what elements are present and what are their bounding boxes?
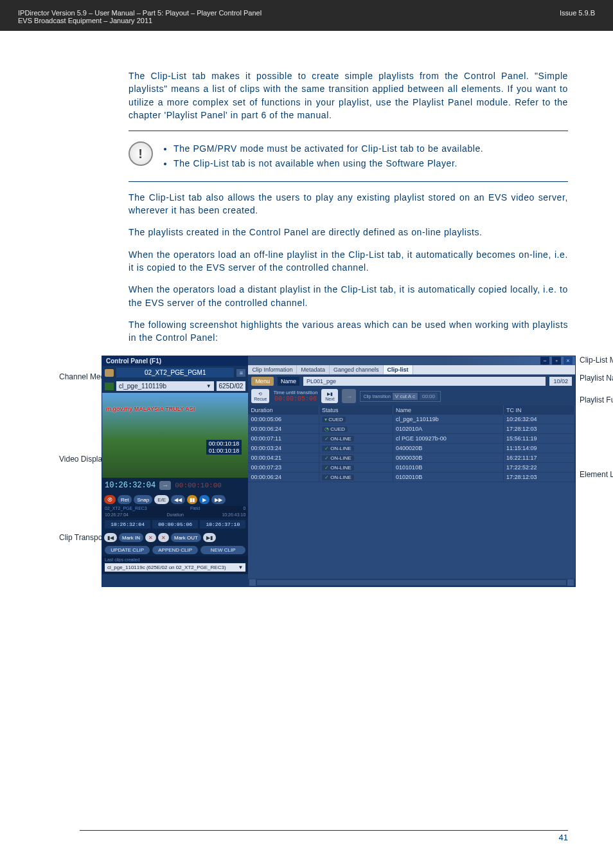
marks-hdr-in: 10:26:27:04 [105,512,129,517]
field-value: 0 [243,506,245,511]
close-button[interactable]: × [564,357,573,365]
cell-duration: 00:00:05:06 [248,415,319,424]
channel-name[interactable]: 02_XT2_PGE_PGM1 [116,368,234,377]
transition-type[interactable]: V cut A c [393,393,418,400]
clear-in-button[interactable]: ✕ [145,533,156,542]
table-row[interactable]: 00:00:06:24ON-LINE0102010B17:28:12:03 [248,473,574,482]
last-clip-field[interactable]: cl_pge_110119c (625E/02 on 02_XT2_PGE_RE… [105,563,245,572]
callout-playlist-functions: Playlist Functions [580,395,613,405]
tab-metadata[interactable]: Metadata [297,365,330,374]
fast-forward-button[interactable]: ▶▶ [211,495,226,504]
home-icon[interactable] [105,369,114,377]
clip-op-buttons: UPDATE CLIP APPEND CLIP NEW CLIP [102,544,248,556]
clear-out-button[interactable]: ✕ [158,533,169,542]
status-badge: ON-LINE [322,446,354,451]
loaded-clip-field[interactable]: cl_pge_110119b ▼ [116,381,214,391]
status-badge: ON-LINE [322,436,354,442]
mark-in-button[interactable]: Mark IN [119,533,143,542]
last-clip-name: cl_pge_110119c (625E/02 on 02_XT2_PGE_RE… [107,565,226,570]
scroll-right-icon[interactable] [567,579,574,586]
mark-in-tc[interactable]: 10:26:32:04 [105,520,150,529]
next-button[interactable]: ▶▮ Next [321,389,338,403]
playlist-name-label: Name [278,377,299,386]
clip-list-menu-button[interactable]: Menu [251,377,274,386]
recue-icon: ⟲ [258,392,262,397]
tc-direction-icon[interactable]: → [159,481,171,490]
tab-ganged-channels[interactable]: Ganged channels [330,365,384,374]
camera-button[interactable]: ⦿ [104,495,116,504]
playlist-id: 10/02 [549,377,572,386]
callout-video-display: Video Display [59,455,99,464]
control-panel-window: Control Panel (F1) 02_XT2_PGE_PGM1 ≡ cl_… [102,356,576,587]
goto-out-button[interactable]: ▶▮ [203,533,216,542]
marks-header: 10:26:27:04 Duration 10:26:43:10 [102,512,248,518]
playlist-name-field[interactable]: PL001_pge [303,377,546,386]
note-bullet: The Clip-List tab is not available when … [173,157,483,170]
ee-button[interactable]: E/E [154,495,169,504]
append-clip-button[interactable]: APPEND CLIP [152,546,197,554]
rewind-button[interactable]: ◀◀ [171,495,185,504]
skip-button[interactable]: → [342,389,356,403]
playlist-header: Menu Name PL001_pge 10/02 [248,375,575,388]
col-tc-in[interactable]: TC IN [503,406,574,415]
cell-tc-in: 10:26:32:04 [503,415,574,424]
window-controls: − ▫ × [248,356,575,365]
running-header: IPDirector Version 5.9 – User Manual – P… [0,0,613,31]
menu-icon[interactable]: ≡ [236,369,245,377]
cell-status: CUED [319,424,393,434]
table-row[interactable]: 00:00:03:24ON-LINE0400020B11:15:14:09 [248,444,574,453]
cell-name: 0101010B [393,463,504,473]
minimize-button[interactable]: − [540,357,549,365]
scroll-track[interactable] [257,580,566,585]
col-status[interactable]: Status [319,406,393,415]
field-label: Field [190,506,200,511]
header-left: IPDirector Version 5.9 – User Manual – P… [18,9,262,24]
cell-status: ON-LINE [319,444,393,453]
paragraph: When the operators load an off-line play… [129,248,568,275]
clip-transition-label: Clip transition [363,394,390,399]
control-panel-left-pane: Control Panel (F1) 02_XT2_PGE_PGM1 ≡ cl_… [102,356,248,586]
snap-button[interactable]: Snap [134,495,152,504]
transition-duration[interactable]: 00:00 [420,393,438,400]
pause-button[interactable]: ▮▮ [187,495,197,504]
recue-button[interactable]: ⟲ Recue [251,389,269,403]
status-badge: ON-LINE [322,455,354,461]
play-button[interactable]: ▶ [199,495,209,504]
element-list-table: Duration Status Name TC IN 00:00:05:06CU… [248,406,575,482]
mark-out-button[interactable]: Mark OUT [171,533,201,542]
table-row[interactable]: 00:00:06:24CUED0102010A17:28:12:03 [248,424,574,434]
table-row[interactable]: 00:00:04:21ON-LINE0000030B16:22:11:17 [248,453,574,463]
table-row[interactable]: 00:00:05:06CUEDcl_pge_110119b10:26:32:04 [248,415,574,424]
chevron-down-icon[interactable]: ▼ [238,565,243,570]
chevron-down-icon[interactable]: ▼ [206,383,211,389]
mark-out-tc[interactable]: 10:26:37:10 [200,520,245,529]
table-row[interactable]: 00:00:07:11ON-LINEcl PGE 100927b-0015:56… [248,434,574,444]
tc-bar: 10:26:32:04 → 00:00:10:00 [102,478,248,493]
ret-button[interactable]: Ret [118,495,132,504]
col-duration[interactable]: Duration [248,406,319,415]
tab-clip-list[interactable]: Clip-list [384,365,413,374]
clip-code: 625D/02 [217,381,246,391]
scroll-left-icon[interactable] [249,579,256,586]
new-clip-button[interactable]: NEW CLIP [200,546,245,554]
status-badge: CUED [322,417,346,422]
loaded-clip-name: cl_pge_110119b [119,383,166,390]
col-name[interactable]: Name [393,406,504,415]
playlist-functions: ⟲ Recue Time until transition 00:00:05:0… [248,388,575,406]
horizontal-scrollbar[interactable] [248,579,575,586]
goto-in-button[interactable]: ▮◀ [104,533,117,542]
rec-channel-label: 02_XT2_PGE_REC3 [105,506,147,511]
current-tc: 10:26:32:04 [105,481,155,490]
rule [129,131,568,131]
paragraph: The playlists created in the Control Pan… [129,226,568,239]
video-display[interactable]: m.gov.my MALAYSIA TRULY ASI 00:00:10:18 … [102,393,248,478]
mark-dur[interactable]: 00:00:05:06 [152,520,198,529]
last-clip-row: cl_pge_110119c (625E/02 on 02_XT2_PGE_RE… [102,562,248,574]
status-badge: ON-LINE [322,465,354,471]
update-clip-button[interactable]: UPDATE CLIP [105,546,150,554]
tab-clip-information[interactable]: Clip Information [248,365,297,374]
table-row[interactable]: 00:00:07:23ON-LINE0101010B17:22:52:22 [248,463,574,473]
cell-tc-in: 17:22:52:22 [503,463,574,473]
maximize-button[interactable]: ▫ [552,357,561,365]
next-label: Next [325,397,334,401]
